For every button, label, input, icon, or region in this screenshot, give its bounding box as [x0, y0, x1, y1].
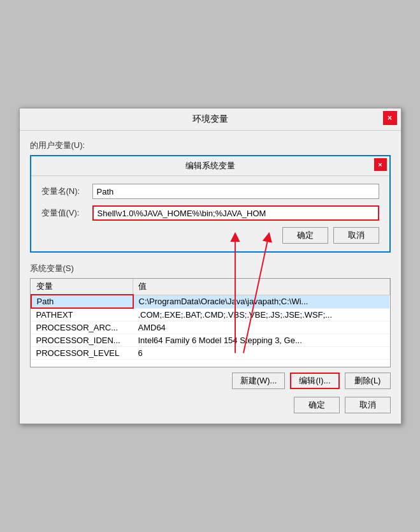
col-header-variable: 变量: [31, 279, 133, 295]
row-variable-name: Path: [31, 295, 133, 308]
delete-button[interactable]: 删除(L): [345, 373, 391, 389]
variable-name-label: 变量名(N):: [41, 186, 92, 197]
variable-value-label: 变量值(V):: [41, 207, 92, 219]
inner-dialog-buttons: 确定 取消: [41, 227, 379, 244]
inner-cancel-button[interactable]: 取消: [333, 227, 379, 244]
system-vars-buttons: 新建(W)... 编辑(I)... 删除(L): [30, 373, 391, 389]
row-variable-name: PROCESSOR_LEVEL: [31, 347, 133, 360]
row-variable-name: PROCESSOR_ARC...: [31, 321, 133, 334]
outer-confirm-button[interactable]: 确定: [294, 397, 340, 413]
inner-dialog: 编辑系统变量 × 变量名(N): 变量值(V): 确定 取消: [30, 155, 391, 253]
outer-dialog-buttons: 确定 取消: [30, 397, 391, 413]
table-row[interactable]: PROCESSOR_ARC... AMD64: [31, 321, 390, 334]
table-header-row: 变量 值: [31, 279, 390, 295]
system-section-header: 系统变量(S): [30, 263, 391, 274]
outer-dialog-body: 的用户变量(U): 编辑系统变量 × 变量名(N): 变量值(V): 确定 取消: [20, 131, 401, 424]
outer-dialog: 环境变量 × 的用户变量(U): 编辑系统变量 × 变量名(N): 变量值(V)…: [19, 108, 402, 424]
new-button[interactable]: 新建(W)...: [232, 373, 286, 389]
row-variable-value: .COM;.EXE;.BAT;.CMD;.VBS;.VBE;.JS;.JSE;.…: [133, 308, 390, 321]
system-variables-table-container[interactable]: 变量 值 Path C:\ProgramData\Oracle\Java\jav…: [30, 278, 391, 367]
system-variables-section: 系统变量(S) 变量 值 Path C:\ProgramData\Oracle\…: [30, 263, 391, 389]
inner-dialog-title: 编辑系统变量: [185, 160, 235, 172]
inner-dialog-body: 变量名(N): 变量值(V): 确定 取消: [31, 176, 389, 251]
user-section-header: 的用户变量(U):: [30, 140, 391, 151]
variable-value-row: 变量值(V):: [41, 205, 379, 221]
table-row[interactable]: PROCESSOR_LEVEL 6: [31, 347, 390, 360]
inner-confirm-button[interactable]: 确定: [282, 227, 328, 244]
table-row[interactable]: Path C:\ProgramData\Oracle\Java\javapath…: [31, 295, 390, 308]
table-row[interactable]: PROCESSOR_IDEN... Intel64 Family 6 Model…: [31, 334, 390, 347]
variable-value-input[interactable]: [92, 205, 379, 221]
row-variable-value: C:\ProgramData\Oracle\Java\javapath;C:\W…: [133, 295, 390, 308]
outer-cancel-button[interactable]: 取消: [345, 397, 391, 413]
variable-name-input[interactable]: [92, 184, 379, 199]
inner-close-button[interactable]: ×: [374, 158, 387, 171]
row-variable-value: 6: [133, 347, 390, 360]
row-variable-value: Intel64 Family 6 Model 154 Stepping 3, G…: [133, 334, 390, 347]
system-variables-table: 变量 值 Path C:\ProgramData\Oracle\Java\jav…: [31, 279, 390, 360]
row-variable-name: PROCESSOR_IDEN...: [31, 334, 133, 347]
table-row[interactable]: PATHEXT .COM;.EXE;.BAT;.CMD;.VBS;.VBE;.J…: [31, 308, 390, 321]
outer-dialog-title: 环境变量: [192, 114, 228, 125]
outer-title-bar: 环境变量 ×: [20, 108, 401, 131]
row-variable-value: AMD64: [133, 321, 390, 334]
outer-close-button[interactable]: ×: [383, 111, 397, 125]
row-variable-name: PATHEXT: [31, 308, 133, 321]
col-header-value: 值: [133, 279, 390, 295]
edit-button[interactable]: 编辑(I)...: [290, 373, 339, 389]
inner-title-bar: 编辑系统变量 ×: [31, 156, 389, 176]
variable-name-row: 变量名(N):: [41, 184, 379, 199]
